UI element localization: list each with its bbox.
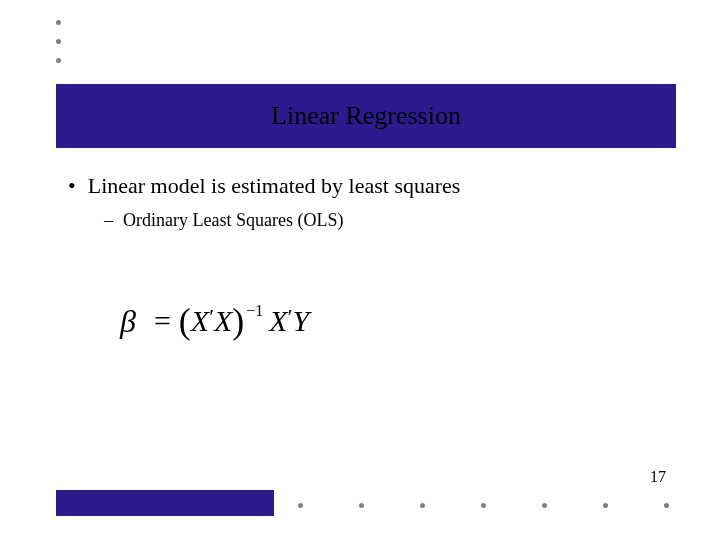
dot-icon (420, 503, 425, 508)
slide-title: Linear Regression (271, 101, 461, 131)
dash-icon: – (104, 208, 113, 232)
decorative-dots-bottom (298, 503, 720, 508)
dot-icon (298, 503, 303, 508)
dot-icon (56, 39, 61, 44)
formula-y: Y (293, 304, 310, 338)
dot-icon (664, 503, 669, 508)
dot-icon (56, 20, 61, 25)
formula-beta: β (120, 303, 136, 340)
decorative-dots-top (56, 20, 61, 77)
formula-exp: −1 (246, 302, 263, 320)
title-bar: Linear Regression (56, 84, 676, 148)
sub-bullet-item: – Ordinary Least Squares (OLS) (104, 208, 668, 232)
bullet-text: Linear model is estimated by least squar… (88, 172, 461, 200)
ols-formula: β = ( X ′ X ) −1 X ′ Y (120, 300, 309, 342)
formula-prime2: ′ (288, 304, 293, 330)
dot-icon (56, 58, 61, 63)
page-number: 17 (650, 468, 666, 486)
slide: Linear Regression • Linear model is esti… (0, 0, 720, 540)
dot-icon (359, 503, 364, 508)
formula-x2: X (214, 304, 232, 338)
sub-bullet-text: Ordinary Least Squares (OLS) (123, 208, 343, 232)
formula-rparen: ) (232, 300, 244, 342)
formula-equals: = (154, 304, 171, 338)
bullet-icon: • (68, 172, 76, 200)
formula-prime1: ′ (209, 304, 214, 330)
formula-x3: X (269, 304, 287, 338)
formula-x1: X (191, 304, 209, 338)
content-area: • Linear model is estimated by least squ… (68, 172, 668, 232)
bullet-item: • Linear model is estimated by least squ… (68, 172, 668, 200)
dot-icon (542, 503, 547, 508)
formula-lparen: ( (179, 300, 191, 342)
dot-icon (481, 503, 486, 508)
footer-bar (56, 490, 274, 516)
dot-icon (603, 503, 608, 508)
